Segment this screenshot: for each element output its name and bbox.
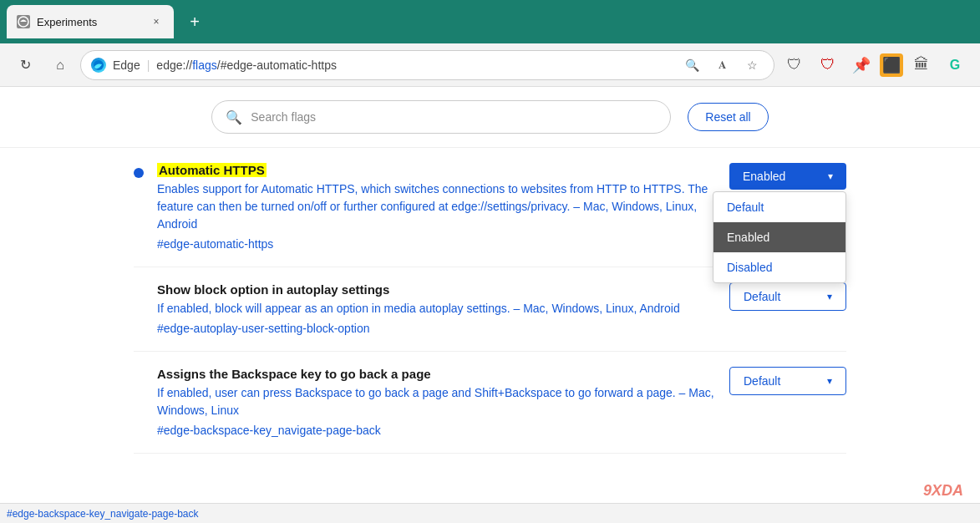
dropdown-arrow-icon: ▾ (827, 375, 832, 387)
status-link: #edge-backspace-key_navigate-page-back (7, 508, 198, 520)
home-button[interactable]: ⌂ (45, 50, 75, 80)
dropdown-option-default[interactable]: Default (713, 192, 845, 222)
flag-item: Automatic HTTPS Enables support for Auto… (134, 148, 846, 267)
tab-title: Experiments (37, 16, 142, 28)
title-bar: Experiments × + (0, 0, 980, 43)
extension-icons: 🛡 🛡 📌 ⬛ 🏛 G (779, 50, 970, 80)
search-section: 🔍 Search flags Reset all (0, 87, 980, 148)
extension-grammarly-icon[interactable]: G (940, 50, 970, 80)
reset-all-button[interactable]: Reset all (688, 103, 768, 131)
search-icon: 🔍 (226, 109, 242, 125)
flag-description: Enables support for Automatic HTTPS, whi… (157, 180, 716, 233)
tab-favicon (17, 15, 30, 28)
extension-yellow-icon[interactable]: ⬛ (880, 53, 903, 77)
read-aloud-button[interactable]: 𝐀 (710, 53, 734, 77)
dropdown-arrow-icon: ▾ (828, 170, 833, 182)
flag-title: Assigns the Backspace key to go back a p… (157, 367, 716, 381)
nav-bar: ↻ ⌂ Edge | edge://flags/#edge-automatic-… (0, 43, 980, 87)
flag-active-dot (134, 168, 144, 178)
flag-content: Automatic HTTPS Enables support for Auto… (157, 163, 716, 251)
dropdown-menu: Default Enabled Disabled (713, 191, 846, 283)
url-prefix: edge:// (156, 58, 192, 72)
address-separator: | (147, 58, 150, 72)
flag-dropdown-button[interactable]: Default ▾ (729, 282, 846, 311)
dropdown-option-enabled[interactable]: Enabled (713, 222, 845, 252)
url-flags: flags (192, 58, 217, 72)
dropdown-selected-value: Enabled (743, 170, 785, 183)
content-area: 🔍 Search flags Reset all Automatic HTTPS… (0, 87, 980, 523)
reload-button[interactable]: ↻ (10, 50, 40, 80)
status-bar: #edge-backspace-key_navigate-page-back (0, 503, 980, 523)
flags-list: Automatic HTTPS Enables support for Auto… (0, 148, 980, 454)
search-icons-button[interactable]: 🔍 (680, 53, 703, 77)
favorites-button[interactable]: ☆ (740, 53, 764, 77)
address-brand-label: Edge (113, 58, 140, 72)
extension-security-icon[interactable]: 🛡 (779, 50, 810, 80)
flag-link[interactable]: #edge-autoplay-user-setting-block-option (157, 322, 369, 335)
flag-item: Assigns the Backspace key to go back a p… (134, 352, 846, 454)
watermark: 9XDA (923, 482, 963, 500)
extension-wayback-icon[interactable]: 🏛 (906, 50, 937, 80)
flag-control: Default ▾ (729, 367, 846, 395)
flag-dropdown-button[interactable]: Default ▾ (729, 367, 846, 395)
search-placeholder: Search flags (251, 110, 316, 124)
flag-title: Automatic HTTPS (157, 163, 716, 177)
browser-tab[interactable]: Experiments × (7, 5, 174, 38)
flag-content: Show block option in autoplay settings I… (157, 282, 716, 336)
flag-link[interactable]: #edge-automatic-https (157, 237, 273, 251)
dropdown-arrow-icon: ▾ (827, 291, 832, 302)
flag-dropdown-button[interactable]: Enabled ▾ (729, 163, 846, 190)
search-box[interactable]: 🔍 Search flags (211, 100, 671, 134)
flag-control: Default ▾ (729, 282, 846, 311)
flag-description: If enabled, block will appear as an opti… (157, 300, 716, 317)
url-hash: /#edge-automatic-https (217, 58, 337, 72)
dropdown-selected-value: Default (744, 374, 780, 388)
dropdown-selected-value: Default (744, 290, 780, 303)
flag-title-highlighted: Automatic HTTPS (157, 163, 267, 177)
tab-close-button[interactable]: × (149, 14, 164, 29)
flag-content: Assigns the Backspace key to go back a p… (157, 367, 716, 438)
address-bar[interactable]: Edge | edge://flags/#edge-automatic-http… (80, 50, 774, 80)
new-tab-button[interactable]: + (180, 8, 209, 36)
edge-browser-icon (91, 58, 106, 73)
extension-adblock-icon[interactable]: 🛡 (813, 50, 843, 80)
flag-link[interactable]: #edge-backspace-key_navigate-page-back (157, 424, 381, 437)
flag-control: Enabled ▾ Default Enabled Disabled (729, 163, 846, 190)
flag-title: Show block option in autoplay settings (157, 282, 716, 297)
flag-description: If enabled, user can press Backspace to … (157, 384, 716, 419)
dropdown-option-disabled[interactable]: Disabled (713, 252, 845, 282)
address-url: edge://flags/#edge-automatic-https (156, 58, 673, 72)
extension-pocket-icon[interactable]: 📌 (846, 50, 876, 80)
